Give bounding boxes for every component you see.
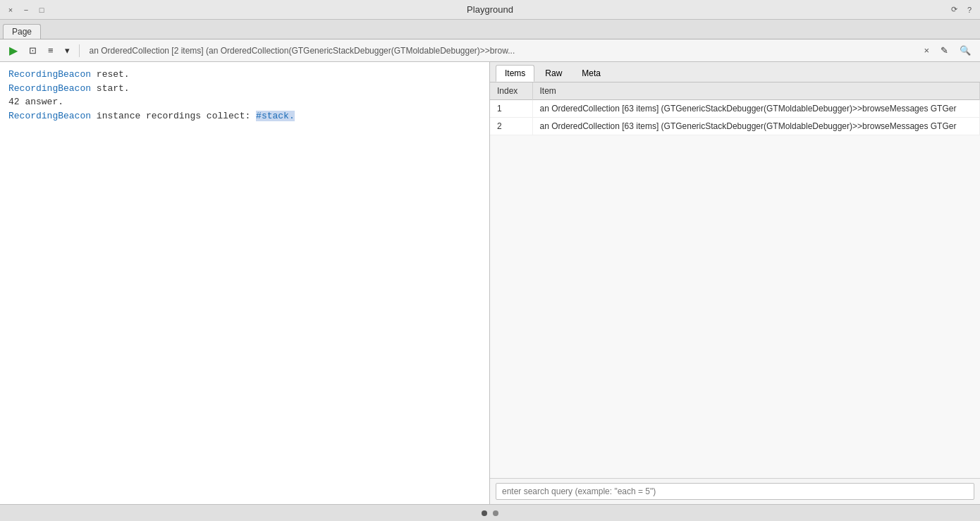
table-row[interactable]: 1 an OrderedCollection [63 items] (GTGen…: [490, 100, 980, 118]
code-editor[interactable]: RecordingBeacon reset. RecordingBeacon s…: [0, 62, 490, 504]
code-line-1: RecordingBeacon reset.: [8, 68, 481, 82]
code-token: 42: [8, 97, 20, 107]
cell-item: an OrderedCollection [63 items] (GTGener…: [532, 100, 980, 118]
content-area: RecordingBeacon reset. RecordingBeacon s…: [0, 62, 980, 504]
window-controls: × − □: [6, 5, 47, 15]
window-title: Playground: [467, 4, 513, 15]
statusbar-dot-2: [493, 510, 498, 516]
column-header-index: Index: [490, 82, 532, 100]
code-token: RecordingBeacon: [8, 111, 91, 121]
table-row[interactable]: 2 an OrderedCollection [63 items] (GTGen…: [490, 118, 980, 135]
view2-button[interactable]: ≡: [44, 43, 57, 58]
titlebar: × − □ Playground ⟳ ?: [0, 0, 980, 20]
minimize-window-button[interactable]: −: [21, 5, 31, 15]
cell-index: 1: [490, 100, 532, 118]
code-line-2: RecordingBeacon start.: [8, 82, 481, 96]
cell-item: an OrderedCollection [63 items] (GTGener…: [532, 118, 980, 135]
code-token: RecordingBeacon: [8, 83, 91, 94]
maximize-window-button[interactable]: □: [37, 5, 47, 15]
view1-button[interactable]: ⊡: [25, 43, 40, 58]
toolbar-separator: [79, 44, 80, 57]
inspector-table: Index Item 1 an OrderedCollection [63 it…: [490, 82, 980, 135]
statusbar: [0, 504, 980, 521]
statusbar-dot-1: [482, 510, 487, 516]
search-button[interactable]: 🔍: [956, 43, 974, 58]
main-toolbar: ▶ ⊡ ≡ ▾ an OrderedCollection [2 items] (…: [0, 39, 980, 62]
help-icon[interactable]: ?: [964, 5, 974, 15]
code-token: instance recordings collect:: [91, 111, 256, 121]
titlebar-actions: ⟳ ?: [949, 5, 974, 15]
close-window-button[interactable]: ×: [6, 5, 16, 15]
code-token: reset.: [91, 69, 130, 80]
page-tabbar: Page: [0, 20, 980, 39]
inspector-table-wrapper: Index Item 1 an OrderedCollection [63 it…: [490, 82, 980, 478]
code-token: RecordingBeacon: [8, 69, 91, 80]
code-line-4: RecordingBeacon instance recordings coll…: [8, 109, 481, 123]
table-header-row: Index Item: [490, 82, 980, 100]
inspector-tabbar: Items Raw Meta: [490, 62, 980, 82]
code-line-3: 42 answer.: [8, 95, 481, 109]
search-input[interactable]: [496, 483, 974, 500]
tab-items[interactable]: Items: [496, 65, 534, 82]
cell-index: 2: [490, 118, 532, 135]
tab-meta[interactable]: Meta: [572, 65, 610, 82]
refresh-icon[interactable]: ⟳: [949, 5, 959, 15]
column-header-item: Item: [532, 82, 980, 100]
code-token: start.: [91, 83, 130, 94]
code-token-highlight: #stack.: [256, 111, 295, 121]
breadcrumb-close-button[interactable]: ×: [920, 44, 933, 57]
code-token: answer.: [20, 97, 63, 107]
inspector-pane: Items Raw Meta Index Item 1 an OrderedCo…: [490, 62, 980, 504]
breadcrumb: an OrderedCollection [2 items] (an Order…: [85, 46, 917, 56]
dropdown-button[interactable]: ▾: [61, 43, 73, 58]
run-button[interactable]: ▶: [6, 42, 21, 59]
page-tab[interactable]: Page: [3, 24, 41, 39]
tab-raw[interactable]: Raw: [536, 65, 571, 82]
edit-button[interactable]: ✎: [937, 43, 952, 58]
inspector-search-bar: [490, 478, 980, 504]
